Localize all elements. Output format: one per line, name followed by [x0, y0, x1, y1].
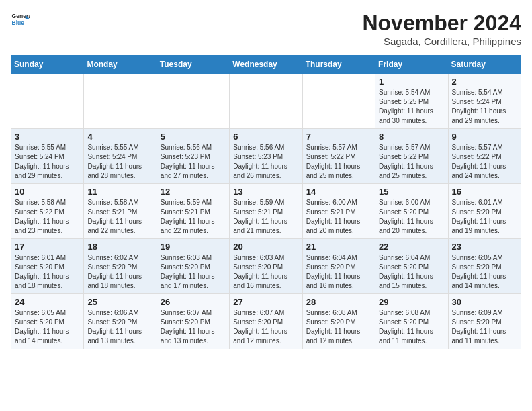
- day-number: 16: [452, 187, 517, 197]
- calendar-cell: 6 Sunrise: 5:56 AMSunset: 5:23 PMDayligh…: [230, 129, 302, 184]
- day-info: Sunrise: 5:55 AMSunset: 5:24 PMDaylight:…: [87, 144, 142, 179]
- day-info: Sunrise: 6:01 AMSunset: 5:20 PMDaylight:…: [15, 254, 69, 289]
- logo: General Blue: [11, 11, 30, 30]
- day-number: 29: [379, 297, 444, 307]
- day-number: 8: [379, 132, 444, 142]
- day-number: 3: [15, 132, 80, 142]
- calendar-cell: 2 Sunrise: 5:54 AMSunset: 5:24 PMDayligh…: [448, 74, 521, 129]
- calendar-cell: 12 Sunrise: 5:59 AMSunset: 5:21 PMDaylig…: [157, 184, 229, 239]
- day-info: Sunrise: 6:04 AMSunset: 5:20 PMDaylight:…: [379, 254, 433, 289]
- day-info: Sunrise: 6:03 AMSunset: 5:20 PMDaylight:…: [161, 254, 215, 289]
- day-number: 30: [452, 297, 517, 307]
- day-info: Sunrise: 6:03 AMSunset: 5:20 PMDaylight:…: [233, 254, 287, 289]
- day-info: Sunrise: 6:08 AMSunset: 5:20 PMDaylight:…: [379, 309, 433, 345]
- day-info: Sunrise: 6:06 AMSunset: 5:20 PMDaylight:…: [87, 309, 142, 345]
- calendar-cell: 3 Sunrise: 5:55 AMSunset: 5:24 PMDayligh…: [11, 129, 84, 184]
- calendar-cell: 23 Sunrise: 6:05 AMSunset: 5:20 PMDaylig…: [448, 239, 521, 294]
- weekday-header: Saturday: [448, 56, 521, 74]
- title-block: November 2024 Sagada, Cordillera, Philip…: [362, 11, 521, 47]
- day-number: 14: [306, 187, 371, 197]
- calendar-week-row: 24 Sunrise: 6:05 AMSunset: 5:20 PMDaylig…: [11, 294, 521, 349]
- calendar-body: 1 Sunrise: 5:54 AMSunset: 5:25 PMDayligh…: [11, 74, 521, 349]
- day-number: 4: [87, 132, 152, 142]
- calendar-cell: 26 Sunrise: 6:07 AMSunset: 5:20 PMDaylig…: [157, 294, 229, 349]
- day-number: 17: [15, 242, 80, 252]
- day-info: Sunrise: 6:04 AMSunset: 5:20 PMDaylight:…: [306, 254, 361, 289]
- day-info: Sunrise: 5:54 AMSunset: 5:24 PMDaylight:…: [452, 89, 506, 124]
- day-number: 20: [233, 242, 298, 252]
- day-info: Sunrise: 5:56 AMSunset: 5:23 PMDaylight:…: [233, 144, 287, 179]
- calendar-cell: 7 Sunrise: 5:57 AMSunset: 5:22 PMDayligh…: [302, 129, 375, 184]
- calendar-cell: 18 Sunrise: 6:02 AMSunset: 5:20 PMDaylig…: [84, 239, 157, 294]
- calendar-cell: 25 Sunrise: 6:06 AMSunset: 5:20 PMDaylig…: [84, 294, 157, 349]
- day-number: 9: [452, 132, 517, 142]
- calendar-cell: 14 Sunrise: 6:00 AMSunset: 5:21 PMDaylig…: [302, 184, 375, 239]
- calendar-cell: 5 Sunrise: 5:56 AMSunset: 5:23 PMDayligh…: [157, 129, 229, 184]
- day-info: Sunrise: 5:57 AMSunset: 5:22 PMDaylight:…: [306, 144, 361, 179]
- day-number: 21: [306, 242, 371, 252]
- day-number: 24: [15, 297, 80, 307]
- day-info: Sunrise: 6:05 AMSunset: 5:20 PMDaylight:…: [15, 309, 69, 345]
- day-number: 7: [306, 132, 371, 142]
- day-info: Sunrise: 6:00 AMSunset: 5:21 PMDaylight:…: [306, 199, 361, 234]
- day-info: Sunrise: 6:08 AMSunset: 5:20 PMDaylight:…: [306, 309, 361, 345]
- weekday-header: Wednesday: [230, 56, 302, 74]
- day-number: 10: [15, 187, 80, 197]
- day-info: Sunrise: 6:02 AMSunset: 5:20 PMDaylight:…: [87, 254, 142, 289]
- calendar-cell: [84, 74, 157, 129]
- weekday-row: SundayMondayTuesdayWednesdayThursdayFrid…: [11, 56, 521, 74]
- day-info: Sunrise: 5:58 AMSunset: 5:21 PMDaylight:…: [87, 199, 142, 234]
- day-number: 11: [87, 187, 152, 197]
- calendar-cell: 4 Sunrise: 5:55 AMSunset: 5:24 PMDayligh…: [84, 129, 157, 184]
- day-info: Sunrise: 5:58 AMSunset: 5:22 PMDaylight:…: [15, 199, 69, 234]
- day-number: 1: [379, 77, 444, 87]
- calendar-cell: 30 Sunrise: 6:09 AMSunset: 5:20 PMDaylig…: [448, 294, 521, 349]
- calendar-cell: 22 Sunrise: 6:04 AMSunset: 5:20 PMDaylig…: [375, 239, 448, 294]
- calendar-week-row: 10 Sunrise: 5:58 AMSunset: 5:22 PMDaylig…: [11, 184, 521, 239]
- weekday-header: Thursday: [302, 56, 375, 74]
- calendar-cell: 20 Sunrise: 6:03 AMSunset: 5:20 PMDaylig…: [230, 239, 302, 294]
- weekday-header: Sunday: [11, 56, 84, 74]
- day-info: Sunrise: 6:07 AMSunset: 5:20 PMDaylight:…: [233, 309, 287, 345]
- calendar-cell: 10 Sunrise: 5:58 AMSunset: 5:22 PMDaylig…: [11, 184, 84, 239]
- day-info: Sunrise: 6:07 AMSunset: 5:20 PMDaylight:…: [161, 309, 215, 345]
- day-info: Sunrise: 5:59 AMSunset: 5:21 PMDaylight:…: [233, 199, 287, 234]
- weekday-header: Monday: [84, 56, 157, 74]
- calendar-cell: 24 Sunrise: 6:05 AMSunset: 5:20 PMDaylig…: [11, 294, 84, 349]
- page-header: General Blue November 2024 Sagada, Cordi…: [11, 11, 521, 47]
- calendar-cell: 8 Sunrise: 5:57 AMSunset: 5:22 PMDayligh…: [375, 129, 448, 184]
- day-info: Sunrise: 6:00 AMSunset: 5:20 PMDaylight:…: [379, 199, 433, 234]
- calendar-cell: 15 Sunrise: 6:00 AMSunset: 5:20 PMDaylig…: [375, 184, 448, 239]
- day-number: 15: [379, 187, 444, 197]
- calendar-cell: 9 Sunrise: 5:57 AMSunset: 5:22 PMDayligh…: [448, 129, 521, 184]
- calendar-cell: 13 Sunrise: 5:59 AMSunset: 5:21 PMDaylig…: [230, 184, 302, 239]
- day-info: Sunrise: 5:57 AMSunset: 5:22 PMDaylight:…: [452, 144, 506, 179]
- calendar-cell: 29 Sunrise: 6:08 AMSunset: 5:20 PMDaylig…: [375, 294, 448, 349]
- calendar-cell: 21 Sunrise: 6:04 AMSunset: 5:20 PMDaylig…: [302, 239, 375, 294]
- day-info: Sunrise: 6:05 AMSunset: 5:20 PMDaylight:…: [452, 254, 506, 289]
- calendar-cell: 11 Sunrise: 5:58 AMSunset: 5:21 PMDaylig…: [84, 184, 157, 239]
- calendar-week-row: 3 Sunrise: 5:55 AMSunset: 5:24 PMDayligh…: [11, 129, 521, 184]
- logo-icon: General Blue: [11, 11, 30, 30]
- location: Sagada, Cordillera, Philippines: [362, 36, 521, 47]
- calendar-cell: [302, 74, 375, 129]
- calendar-cell: 1 Sunrise: 5:54 AMSunset: 5:25 PMDayligh…: [375, 74, 448, 129]
- day-number: 27: [233, 297, 298, 307]
- calendar-week-row: 1 Sunrise: 5:54 AMSunset: 5:25 PMDayligh…: [11, 74, 521, 129]
- day-number: 12: [161, 187, 226, 197]
- day-number: 18: [87, 242, 152, 252]
- calendar-cell: 27 Sunrise: 6:07 AMSunset: 5:20 PMDaylig…: [230, 294, 302, 349]
- calendar-cell: [157, 74, 229, 129]
- calendar-cell: 19 Sunrise: 6:03 AMSunset: 5:20 PMDaylig…: [157, 239, 229, 294]
- day-number: 19: [161, 242, 226, 252]
- day-number: 23: [452, 242, 517, 252]
- day-number: 28: [306, 297, 371, 307]
- calendar-week-row: 17 Sunrise: 6:01 AMSunset: 5:20 PMDaylig…: [11, 239, 521, 294]
- day-number: 22: [379, 242, 444, 252]
- day-number: 13: [233, 187, 298, 197]
- weekday-header: Friday: [375, 56, 448, 74]
- day-info: Sunrise: 6:09 AMSunset: 5:20 PMDaylight:…: [452, 309, 506, 345]
- month-title: November 2024: [362, 11, 521, 36]
- day-number: 6: [233, 132, 298, 142]
- day-info: Sunrise: 5:59 AMSunset: 5:21 PMDaylight:…: [161, 199, 215, 234]
